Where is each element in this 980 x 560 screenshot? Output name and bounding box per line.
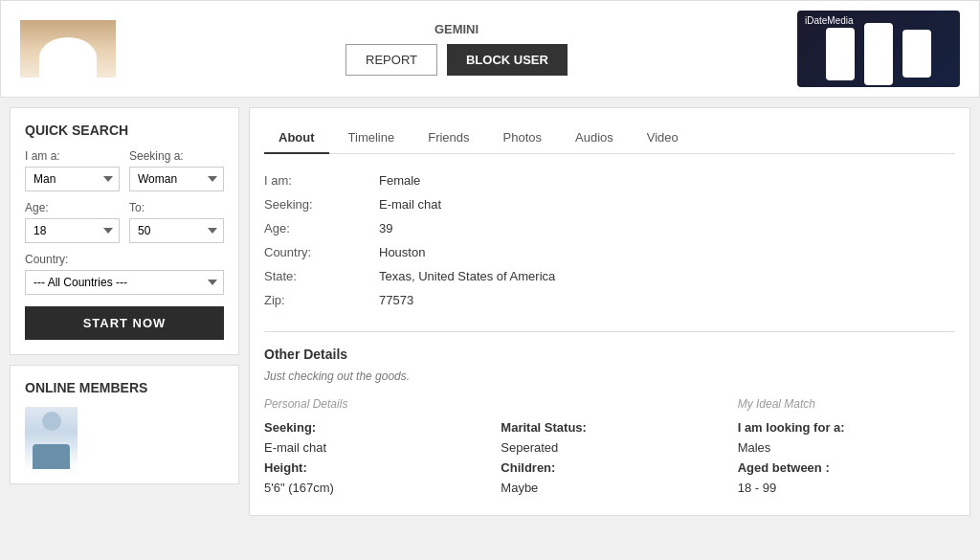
detail-marital-label: Marital Status:	[501, 420, 615, 435]
profile-thumbnail	[20, 20, 116, 78]
zip-value: 77573	[379, 293, 413, 307]
personal-details-col: Personal Details Seeking: E-mail chat He…	[264, 397, 481, 501]
detail-aged-value-row: 18 - 99	[738, 481, 955, 495]
detail-looking-row: I am looking for a:	[738, 420, 955, 435]
i-am-group: I am a: Man Woman	[25, 149, 120, 191]
detail-seeking-value: E-mail chat	[264, 440, 326, 455]
block-user-button[interactable]: BLOCK USER	[447, 44, 568, 76]
tab-photos[interactable]: Photos	[489, 123, 556, 154]
detail-seeking-row: Seeking:	[264, 420, 481, 435]
country-row: Country: --- All Countries --- United St…	[25, 253, 224, 295]
info-row-seeking: Seeking: E-mail chat	[264, 192, 955, 216]
iam-value: Female	[379, 173, 420, 188]
detail-children-label: Children:	[501, 460, 615, 475]
divider	[264, 331, 955, 332]
top-bar: GEMINI REPORT BLOCK USER iDateMedia	[0, 0, 980, 98]
tab-audios[interactable]: Audios	[561, 123, 628, 154]
search-form-row-1: I am a: Man Woman Seeking a: Woman Man	[25, 149, 224, 191]
age-from-group: Age: 18 19 20	[25, 201, 120, 243]
detail-seeking-label: Seeking:	[264, 420, 379, 435]
detail-aged-label: Aged between :	[738, 460, 853, 475]
detail-children-value-row: Maybe	[501, 481, 718, 495]
tabs-nav: About Timeline Friends Photos Audios Vid…	[264, 123, 955, 154]
personal-details-title: Personal Details	[264, 397, 481, 411]
ad-phone-1	[826, 28, 855, 80]
report-button[interactable]: REPORT	[345, 44, 437, 76]
detail-aged-row: Aged between :	[738, 460, 955, 475]
age-to-select[interactable]: 50 60 70	[129, 218, 224, 243]
info-row-state: State: Texas, United States of America	[264, 264, 955, 288]
ad-title: iDateMedia	[805, 15, 854, 26]
online-members-title: ONLINE MEMBERS	[25, 380, 224, 395]
ideal-match-col: My Ideal Match I am looking for a: Males…	[738, 397, 955, 501]
ad-phone-2	[864, 23, 893, 85]
ad-banner: iDateMedia	[797, 11, 960, 87]
detail-height-value-row: 5'6" (167cm)	[264, 481, 481, 495]
seeking-label: Seeking a:	[129, 149, 224, 163]
country-value: Houston	[379, 245, 425, 259]
middle-details-col: . Marital Status: Seperated Children: Ma…	[501, 397, 718, 501]
tab-video[interactable]: Video	[633, 123, 693, 154]
seeking-label: Seeking:	[264, 197, 379, 212]
detail-height-row: Height:	[264, 460, 481, 475]
to-label: To:	[129, 201, 224, 214]
detail-looking-value-row: Males	[738, 440, 955, 455]
iam-label: I am:	[264, 173, 379, 188]
other-details-title: Other Details	[264, 347, 955, 362]
country-label: Country:	[264, 245, 379, 259]
about-info-table: I am: Female Seeking: E-mail chat Age: 3…	[264, 168, 955, 312]
info-row-age: Age: 39	[264, 216, 955, 240]
main-layout: QUICK SEARCH I am a: Man Woman Seeking a…	[0, 107, 980, 516]
detail-looking-label: I am looking for a:	[738, 420, 853, 435]
detail-children-row: Children:	[501, 460, 718, 475]
top-bar-center: GEMINI REPORT BLOCK USER	[345, 22, 568, 76]
info-row-iam: I am: Female	[264, 168, 955, 192]
middle-details-spacer: .	[501, 397, 718, 411]
member-avatar	[25, 407, 78, 469]
zodiac-label: GEMINI	[434, 22, 479, 36]
detail-marital-value-row: Seperated	[501, 440, 718, 455]
zip-label: Zip:	[264, 293, 379, 307]
age-value: 39	[379, 221, 392, 235]
top-bar-left	[20, 20, 116, 78]
seeking-value: E-mail chat	[379, 197, 441, 212]
quick-search-box: QUICK SEARCH I am a: Man Woman Seeking a…	[10, 107, 239, 355]
detail-marital-row: Marital Status:	[501, 420, 718, 435]
online-members-box: ONLINE MEMBERS	[10, 365, 239, 484]
detail-height-value: 5'6" (167cm)	[264, 481, 334, 495]
content-area: About Timeline Friends Photos Audios Vid…	[249, 107, 970, 516]
state-label: State:	[264, 269, 379, 283]
member-avatar-image	[25, 407, 78, 469]
tab-timeline[interactable]: Timeline	[334, 123, 410, 154]
state-value: Texas, United States of America	[379, 269, 555, 283]
sidebar: QUICK SEARCH I am a: Man Woman Seeking a…	[10, 107, 239, 516]
detail-aged-value: 18 - 99	[738, 481, 776, 495]
seeking-group: Seeking a: Woman Man	[129, 149, 224, 191]
info-row-zip: Zip: 77573	[264, 288, 955, 312]
detail-children-value: Maybe	[501, 481, 538, 495]
start-now-button[interactable]: START NOW	[25, 306, 224, 340]
age-to-group: To: 50 60 70	[129, 201, 224, 243]
detail-looking-value: Males	[738, 440, 771, 455]
member-item[interactable]	[25, 407, 224, 469]
quick-search-title: QUICK SEARCH	[25, 123, 224, 138]
age-label: Age:	[25, 201, 120, 214]
ad-phone-3	[902, 30, 931, 78]
i-am-label: I am a:	[25, 149, 120, 163]
seeking-select[interactable]: Woman Man	[129, 167, 224, 191]
tab-about[interactable]: About	[264, 123, 329, 154]
detail-seeking-value-row: E-mail chat	[264, 440, 481, 455]
detail-marital-value: Seperated	[501, 440, 558, 455]
other-details-tagline: Just checking out the goods.	[264, 370, 955, 383]
detail-height-label: Height:	[264, 460, 379, 475]
details-columns: Personal Details Seeking: E-mail chat He…	[264, 397, 955, 501]
country-label: Country:	[25, 253, 224, 266]
age-from-select[interactable]: 18 19 20	[25, 218, 120, 243]
ideal-match-title: My Ideal Match	[738, 397, 955, 411]
country-select[interactable]: --- All Countries --- United States Unit…	[25, 270, 224, 295]
age-label: Age:	[264, 221, 379, 235]
i-am-select[interactable]: Man Woman	[25, 167, 120, 191]
info-row-country: Country: Houston	[264, 240, 955, 264]
search-form-row-2: Age: 18 19 20 To: 50 60 70	[25, 201, 224, 243]
tab-friends[interactable]: Friends	[413, 123, 483, 154]
